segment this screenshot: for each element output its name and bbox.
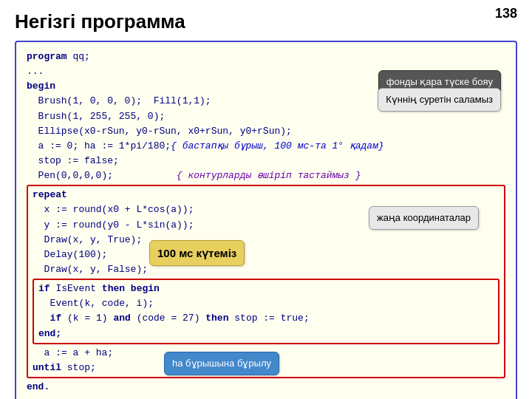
end-line: end; — [38, 327, 494, 341]
code-line-13: Delay(100); — [33, 248, 499, 262]
if-line-3: if (k = 1) and (code = 27) then stop := … — [38, 311, 494, 326]
code-line-8: stop := false; — [27, 154, 505, 168]
code-line-14: Draw(x, y, False); — [33, 262, 499, 277]
bubble-delay: 100 мс күтеміз — [149, 240, 245, 266]
code-line-12: Draw(x, y, True); — [33, 233, 499, 248]
page-title: Негізгі программа — [15, 10, 517, 33]
bubble-rotate: ha бұрышына бұрылу — [164, 352, 279, 375]
page: 138 Негізгі программа program qq; ... be… — [0, 0, 532, 399]
page-number: 138 — [495, 6, 517, 21]
bubble-coord: жаңа координаталар — [369, 206, 479, 230]
code-line-1: program qq; — [27, 50, 505, 64]
code-line-7: a := 0; ha := 1*pi/180;{ бастапқы бұрыш,… — [27, 139, 505, 154]
code-block: program qq; ... begin Brush(1, 0, 0, 0);… — [15, 41, 517, 399]
bubble-sun: Күннің суретін саламыз — [378, 88, 501, 112]
if-line-2: Event(k, code, i); — [38, 296, 494, 311]
code-line-6: Ellipse(x0-rSun, y0-rSun, x0+rSun, y0+rS… — [27, 124, 505, 139]
end-line-final: end. — [27, 380, 505, 395]
repeat-label: repeat — [33, 188, 499, 202]
if-block: if IsEvent then begin Event(k, code, i);… — [33, 279, 499, 344]
if-line-1: if IsEvent then begin — [38, 282, 494, 296]
code-line-9: Pen(0,0,0,0); { контурларды өшіріп таста… — [27, 168, 505, 183]
